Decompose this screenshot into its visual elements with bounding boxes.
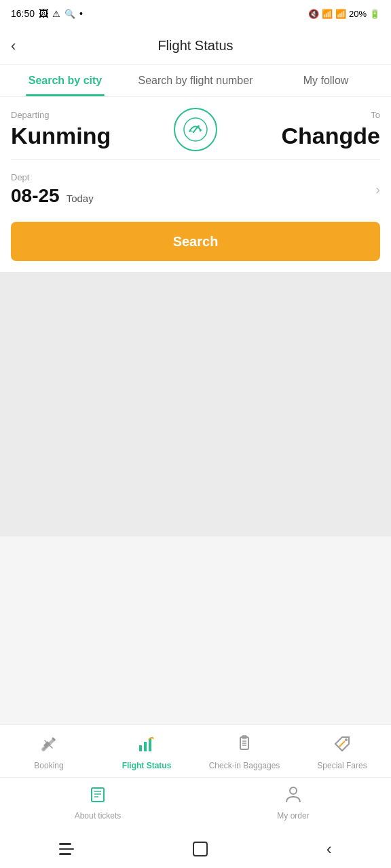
flight-status-label: Flight Status <box>122 761 172 770</box>
svg-rect-4 <box>149 738 151 751</box>
swap-cities-button[interactable] <box>174 108 217 151</box>
system-nav-bar: ‹ <box>0 830 391 868</box>
nav-item-my-order[interactable]: My order <box>196 782 391 823</box>
divider <box>11 159 380 160</box>
photo-icon: 🖼 <box>39 8 48 19</box>
recent-apps-button[interactable] <box>59 843 74 855</box>
mute-icon: 🔇 <box>308 9 319 19</box>
my-order-icon <box>284 785 303 808</box>
search-button[interactable]: Search <box>11 222 380 261</box>
booking-label: Booking <box>34 761 63 770</box>
to-city[interactable]: Changde <box>223 123 380 149</box>
nav-item-booking[interactable]: Booking <box>0 732 98 773</box>
checkin-icon <box>235 734 254 758</box>
chevron-right-icon: › <box>375 182 380 197</box>
date-desc: Today <box>67 193 94 204</box>
date-value: 08-25 <box>11 185 60 207</box>
tab-bar: Search by city Search by flight number M… <box>0 65 391 97</box>
date-left: Dept 08-25 Today <box>11 172 94 207</box>
departure-side: Departing Kunming <box>11 110 168 149</box>
about-tickets-label: About tickets <box>75 811 122 821</box>
tab-my-follow[interactable]: My follow <box>261 65 391 96</box>
departing-label: Departing <box>11 110 168 120</box>
airplane-icon <box>183 117 208 142</box>
status-left: 16:50 🖼 ⚠ 🔍 • <box>11 8 83 19</box>
arrival-side: To Changde <box>223 110 380 149</box>
svg-marker-1 <box>199 130 202 132</box>
tab-search-by-city[interactable]: Search by city <box>0 65 130 96</box>
nav-item-fares[interactable]: Special Fares <box>293 732 391 773</box>
checkin-label: Check-in Baggages <box>209 761 280 770</box>
status-right: 🔇 📶 📶 20% 🔋 <box>308 9 380 19</box>
battery-label: 20% <box>349 9 367 19</box>
svg-rect-3 <box>144 742 147 751</box>
search-form: Departing Kunming To Changde Dept 08-25 <box>0 97 391 272</box>
plane-icon-container <box>168 108 223 151</box>
battery-icon: 🔋 <box>369 9 380 19</box>
from-city[interactable]: Kunming <box>11 123 168 149</box>
dept-date: 08-25 Today <box>11 185 94 207</box>
bottom-nav: Booking Flight Status <box>0 724 391 830</box>
about-tickets-icon <box>88 785 107 808</box>
system-back-button[interactable]: ‹ <box>327 840 332 859</box>
results-area <box>0 272 391 536</box>
header: ‹ Flight Status <box>0 27 391 65</box>
time-label: 16:50 <box>11 8 35 19</box>
nav-item-flight-status[interactable]: Flight Status <box>98 732 196 773</box>
dept-label: Dept <box>11 172 94 182</box>
svg-point-16 <box>290 787 297 794</box>
date-selector[interactable]: Dept 08-25 Today › <box>11 163 380 216</box>
nav-row-bottom: About tickets My order <box>0 777 391 830</box>
signal-icon: 📶 <box>335 9 346 19</box>
route-row: Departing Kunming To Changde <box>11 97 380 157</box>
fares-label: Special Fares <box>317 761 367 770</box>
flight-status-icon <box>137 734 156 758</box>
warning-icon: ⚠ <box>52 9 60 19</box>
page-title: Flight Status <box>157 38 233 54</box>
dot-icon: • <box>79 8 83 19</box>
home-button[interactable] <box>193 842 208 856</box>
wifi-icon: 📶 <box>322 9 333 19</box>
nav-item-about-tickets[interactable]: About tickets <box>0 782 196 823</box>
booking-icon <box>39 734 58 758</box>
search-icon: 🔍 <box>64 9 75 19</box>
fares-icon <box>333 734 352 758</box>
nav-item-checkin[interactable]: Check-in Baggages <box>196 732 293 773</box>
svg-point-11 <box>345 738 348 741</box>
nav-row-top: Booking Flight Status <box>0 725 391 777</box>
svg-rect-2 <box>139 745 142 751</box>
svg-rect-12 <box>92 788 104 802</box>
back-button[interactable]: ‹ <box>11 37 16 55</box>
status-bar: 16:50 🖼 ⚠ 🔍 • 🔇 📶 📶 20% 🔋 <box>0 0 391 27</box>
to-label: To <box>223 110 380 120</box>
my-order-label: My order <box>277 811 309 821</box>
tab-search-by-flight[interactable]: Search by flight number <box>130 65 261 96</box>
